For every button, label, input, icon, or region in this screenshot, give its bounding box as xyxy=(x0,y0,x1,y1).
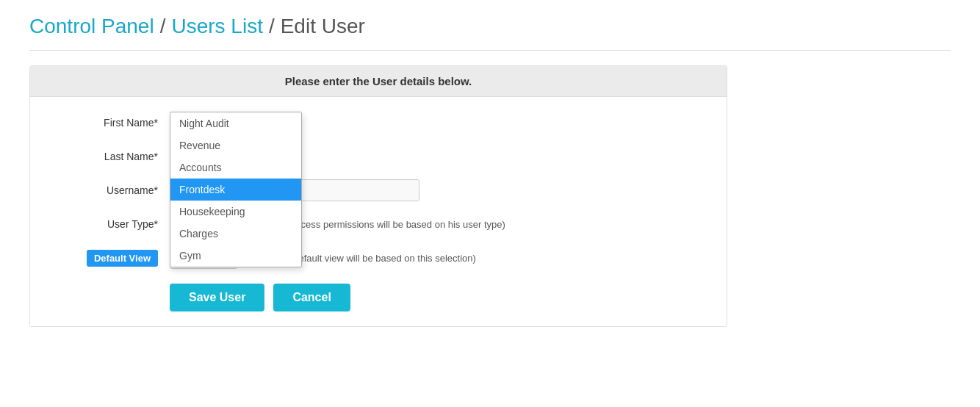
user-type-row: User Type* or (The user's default access… xyxy=(52,213,705,235)
breadcrumb-edit-user: Edit User xyxy=(281,15,365,38)
dropdown-item-accounts[interactable]: Accounts xyxy=(170,156,301,179)
last-name-row: Last Name* xyxy=(52,145,705,168)
default-view-row: Default View Frontdesk (The user's defau… xyxy=(52,247,705,269)
default-view-badge: Default View xyxy=(87,250,158,267)
breadcrumb: Control Panel / Users List / Edit User xyxy=(29,15,951,38)
save-button[interactable]: Save User xyxy=(170,284,264,311)
dropdown-item-revenue[interactable]: Revenue xyxy=(170,134,301,156)
dropdown-item-night-audit[interactable]: Night Audit xyxy=(170,112,301,134)
form-container: Please enter the User details below. Fir… xyxy=(29,65,727,327)
form-body: First Name* Last Name* Username* User Ty… xyxy=(30,97,727,326)
dropdown-item-gym[interactable]: Gym xyxy=(170,245,301,267)
form-header: Please enter the User details below. xyxy=(30,66,727,97)
username-row: Username* xyxy=(52,179,705,201)
first-name-row: First Name* xyxy=(52,112,705,134)
username-label: Username* xyxy=(52,184,170,196)
user-type-label: User Type* xyxy=(52,218,170,230)
default-view-label-col: Default View xyxy=(52,250,170,267)
buttons-row: Save User Cancel xyxy=(52,284,705,311)
dropdown-item-frontdesk[interactable]: Frontdesk xyxy=(170,179,301,201)
breadcrumb-users-list[interactable]: Users List xyxy=(171,15,262,38)
last-name-label: Last Name* xyxy=(52,151,170,162)
breadcrumb-sep1: / xyxy=(160,15,166,38)
breadcrumb-sep2: / xyxy=(269,15,275,38)
page-container: Control Panel / Users List / Edit User P… xyxy=(0,0,980,342)
dropdown-overlay: Night Audit Revenue Accounts Frontdesk H… xyxy=(170,112,302,267)
dropdown-item-housekeeping[interactable]: Housekeeping xyxy=(170,201,301,223)
dropdown-item-charges[interactable]: Charges xyxy=(170,223,301,245)
form-rows-wrap: First Name* Last Name* Username* User Ty… xyxy=(52,112,705,269)
breadcrumb-control-panel[interactable]: Control Panel xyxy=(29,15,154,38)
first-name-label: First Name* xyxy=(52,117,170,129)
divider xyxy=(29,50,951,51)
cancel-button[interactable]: Cancel xyxy=(273,284,350,311)
